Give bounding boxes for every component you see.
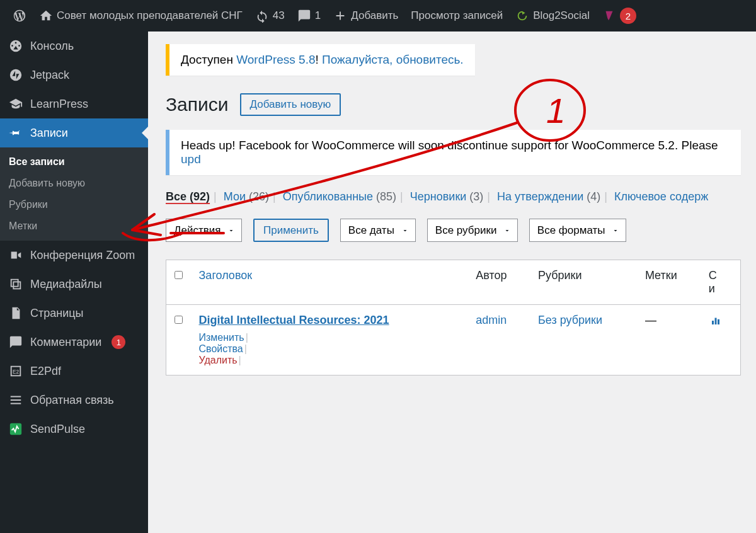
comments[interactable]: 1 — [291, 0, 327, 32]
sidebar-zoom[interactable]: Конференция Zoom — [0, 241, 148, 270]
wordpress-logo[interactable] — [6, 0, 33, 32]
sidebar-item-label: Консоль — [30, 40, 74, 53]
yoast-icon — [602, 9, 616, 23]
update-count: 43 — [273, 9, 285, 22]
filter-all[interactable]: Все (92) — [166, 190, 210, 203]
sidebar-learnpress[interactable]: LearnPress — [0, 89, 148, 118]
camera-icon — [9, 248, 23, 262]
svg-rect-4 — [712, 321, 714, 324]
media-icon — [9, 277, 23, 291]
col-tags: Метки — [638, 260, 701, 305]
row-checkbox[interactable] — [175, 316, 183, 324]
filter-mine[interactable]: Мои (26) — [224, 190, 269, 203]
update-now-link[interactable]: Пожалуйста, обновитесь. — [322, 53, 464, 66]
blog2social[interactable]: Blog2Social — [509, 0, 596, 32]
select-all-checkbox[interactable] — [175, 271, 183, 279]
sidebar-item-label: LearnPress — [30, 98, 88, 111]
subitem-categories[interactable]: Рубрики — [0, 194, 148, 215]
subitem-tags[interactable]: Метки — [0, 215, 148, 237]
filter-pending[interactable]: На утверждении (4) — [497, 190, 600, 203]
category-link[interactable]: Без рубрики — [538, 314, 602, 326]
row-actions: Изменить| Свойства| Удалить| — [199, 332, 461, 366]
edit-link[interactable]: Изменить — [199, 332, 244, 343]
stats-cell[interactable] — [701, 305, 741, 375]
stats-icon — [709, 314, 723, 328]
graduation-icon — [9, 97, 23, 111]
svg-text:E2: E2 — [13, 369, 20, 375]
trash-link[interactable]: Удалить — [199, 355, 238, 365]
facebook-wc-notice: Heads up! Facebook for WooCommerce will … — [166, 130, 741, 175]
sidebar-pages[interactable]: Страницы — [0, 299, 148, 328]
admin-sidebar: Консоль Jetpack LearnPress Записи Все за… — [0, 32, 148, 533]
sidebar-item-label: Записи — [30, 127, 68, 140]
comment-count: 1 — [315, 9, 321, 22]
category-filter-select[interactable]: Все рубрики — [427, 219, 518, 242]
notice-text: Доступен — [181, 53, 236, 66]
author-link[interactable]: admin — [476, 314, 507, 326]
posts-table: Заголовок Автор Рубрики Метки Си Digital… — [166, 260, 741, 375]
sidebar-media[interactable]: Медиафайлы — [0, 270, 148, 299]
filter-published[interactable]: Опубликованные (85) — [283, 190, 396, 203]
table-row: Digital Intellectual Resources: 2021 Изм… — [166, 305, 741, 375]
sidebar-item-label: Медиафайлы — [30, 278, 102, 291]
view-posts[interactable]: Просмотр записей — [404, 0, 509, 32]
add-new[interactable]: Добавить — [327, 0, 404, 32]
comments-icon — [9, 335, 23, 349]
admin-bar: Совет молодых преподавателей СНГ 43 1 До… — [0, 0, 756, 32]
post-title-link[interactable]: Digital Intellectual Resources: 2021 — [199, 314, 389, 326]
sidebar-jetpack[interactable]: Jetpack — [0, 60, 148, 89]
sidebar-item-label: Конференция Zoom — [30, 249, 135, 262]
quick-edit-link[interactable]: Свойства — [199, 343, 243, 354]
home-icon — [39, 9, 53, 23]
subitem-add-new[interactable]: Добавить новую — [0, 173, 148, 194]
sendpulse-icon — [9, 422, 23, 436]
comment-icon — [297, 9, 311, 23]
svg-rect-5 — [714, 318, 716, 325]
apply-button[interactable]: Применить — [253, 219, 329, 242]
format-filter-select[interactable]: Все форматы — [529, 219, 626, 242]
notice-text: ! — [316, 53, 323, 66]
date-filter-select[interactable]: Все даты — [340, 219, 416, 242]
sidebar-feedback[interactable]: Обратная связь — [0, 386, 148, 415]
main-content: Доступен WordPress 5.8! Пожалуйста, обно… — [148, 32, 756, 533]
tags-cell: — — [638, 305, 701, 375]
filter-drafts[interactable]: Черновики (3) — [410, 190, 484, 203]
yoast[interactable]: 2 — [596, 0, 643, 32]
sidebar-item-label: Страницы — [30, 307, 84, 320]
sidebar-item-label: Jetpack — [30, 69, 69, 82]
site-home[interactable]: Совет молодых преподавателей СНГ — [33, 0, 249, 32]
page-header: Записи Добавить новую — [166, 93, 741, 116]
site-title: Совет молодых преподавателей СНГ — [57, 9, 243, 22]
updates[interactable]: 43 — [249, 0, 291, 32]
sidebar-item-label: E2Pdf — [30, 365, 61, 378]
page-title: Записи — [166, 94, 229, 115]
wp-version-link[interactable]: WordPress 5.8 — [236, 53, 315, 66]
svg-rect-6 — [718, 319, 719, 324]
sidebar-sendpulse[interactable]: SendPulse — [0, 415, 148, 444]
subitem-all-posts[interactable]: Все записи — [0, 151, 148, 173]
plus-icon — [333, 9, 347, 23]
notice-text: Heads up! Facebook for WooCommerce will … — [181, 139, 718, 152]
wordpress-icon — [13, 9, 26, 23]
update-wc-link[interactable]: upd — [181, 152, 201, 166]
blog2social-label: Blog2Social — [533, 9, 590, 22]
jetpack-icon — [9, 68, 23, 82]
wordpress-update-notice: Доступен WordPress 5.8! Пожалуйста, обно… — [166, 44, 475, 76]
svg-point-0 — [10, 69, 21, 81]
sidebar-dashboard[interactable]: Консоль — [0, 32, 148, 60]
sidebar-e2pdf[interactable]: E2 E2Pdf — [0, 357, 148, 386]
col-author: Автор — [468, 260, 530, 305]
add-new-button[interactable]: Добавить новую — [240, 93, 341, 116]
filter-cornerstone[interactable]: Ключевое содерж — [614, 190, 708, 203]
bulk-actions-select[interactable]: Действия — [166, 219, 242, 242]
sidebar-posts[interactable]: Записи — [0, 118, 148, 147]
refresh-icon — [255, 9, 269, 23]
pin-icon — [9, 126, 23, 140]
view-posts-label: Просмотр записей — [411, 9, 503, 22]
share-icon — [515, 9, 529, 23]
yoast-count: 2 — [620, 8, 636, 24]
form-icon — [9, 393, 23, 407]
page-icon — [9, 306, 23, 320]
sidebar-comments[interactable]: Комментарии 1 — [0, 328, 148, 357]
col-title[interactable]: Заголовок — [192, 260, 469, 305]
